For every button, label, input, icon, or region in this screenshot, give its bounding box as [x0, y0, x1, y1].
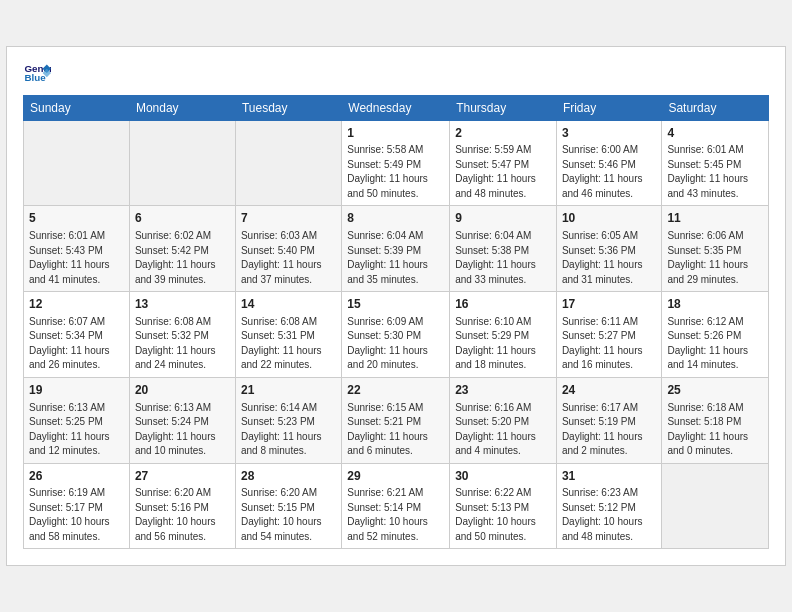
- calendar-cell: 18Sunrise: 6:12 AMSunset: 5:26 PMDayligh…: [662, 292, 769, 378]
- calendar-week-4: 19Sunrise: 6:13 AMSunset: 5:25 PMDayligh…: [24, 377, 769, 463]
- day-number: 17: [562, 296, 657, 313]
- calendar-container: General Blue SundayMondayTuesdayWednesda…: [6, 46, 786, 567]
- day-number: 18: [667, 296, 763, 313]
- day-info: Sunrise: 6:12 AMSunset: 5:26 PMDaylight:…: [667, 315, 763, 373]
- calendar-cell: 17Sunrise: 6:11 AMSunset: 5:27 PMDayligh…: [556, 292, 662, 378]
- day-info: Sunrise: 6:00 AMSunset: 5:46 PMDaylight:…: [562, 143, 657, 201]
- calendar-cell: 10Sunrise: 6:05 AMSunset: 5:36 PMDayligh…: [556, 206, 662, 292]
- day-info: Sunrise: 6:07 AMSunset: 5:34 PMDaylight:…: [29, 315, 124, 373]
- day-info: Sunrise: 5:59 AMSunset: 5:47 PMDaylight:…: [455, 143, 551, 201]
- calendar-cell: 19Sunrise: 6:13 AMSunset: 5:25 PMDayligh…: [24, 377, 130, 463]
- calendar-cell: 20Sunrise: 6:13 AMSunset: 5:24 PMDayligh…: [129, 377, 235, 463]
- calendar-cell: 29Sunrise: 6:21 AMSunset: 5:14 PMDayligh…: [342, 463, 450, 549]
- calendar-table: SundayMondayTuesdayWednesdayThursdayFrid…: [23, 95, 769, 550]
- day-info: Sunrise: 6:03 AMSunset: 5:40 PMDaylight:…: [241, 229, 336, 287]
- day-number: 19: [29, 382, 124, 399]
- calendar-cell: [24, 120, 130, 206]
- day-number: 3: [562, 125, 657, 142]
- day-info: Sunrise: 6:13 AMSunset: 5:24 PMDaylight:…: [135, 401, 230, 459]
- day-info: Sunrise: 6:20 AMSunset: 5:15 PMDaylight:…: [241, 486, 336, 544]
- day-number: 23: [455, 382, 551, 399]
- calendar-cell: 27Sunrise: 6:20 AMSunset: 5:16 PMDayligh…: [129, 463, 235, 549]
- weekday-header-friday: Friday: [556, 95, 662, 120]
- day-number: 14: [241, 296, 336, 313]
- calendar-cell: 13Sunrise: 6:08 AMSunset: 5:32 PMDayligh…: [129, 292, 235, 378]
- day-info: Sunrise: 6:18 AMSunset: 5:18 PMDaylight:…: [667, 401, 763, 459]
- calendar-cell: 12Sunrise: 6:07 AMSunset: 5:34 PMDayligh…: [24, 292, 130, 378]
- day-number: 21: [241, 382, 336, 399]
- svg-text:Blue: Blue: [24, 72, 46, 83]
- weekday-header-tuesday: Tuesday: [235, 95, 341, 120]
- day-info: Sunrise: 6:11 AMSunset: 5:27 PMDaylight:…: [562, 315, 657, 373]
- calendar-cell: 11Sunrise: 6:06 AMSunset: 5:35 PMDayligh…: [662, 206, 769, 292]
- day-info: Sunrise: 6:17 AMSunset: 5:19 PMDaylight:…: [562, 401, 657, 459]
- day-info: Sunrise: 6:21 AMSunset: 5:14 PMDaylight:…: [347, 486, 444, 544]
- day-number: 9: [455, 210, 551, 227]
- calendar-cell: 15Sunrise: 6:09 AMSunset: 5:30 PMDayligh…: [342, 292, 450, 378]
- calendar-cell: 6Sunrise: 6:02 AMSunset: 5:42 PMDaylight…: [129, 206, 235, 292]
- calendar-cell: [129, 120, 235, 206]
- calendar-cell: [662, 463, 769, 549]
- day-info: Sunrise: 6:10 AMSunset: 5:29 PMDaylight:…: [455, 315, 551, 373]
- calendar-cell: [235, 120, 341, 206]
- day-number: 25: [667, 382, 763, 399]
- day-info: Sunrise: 6:04 AMSunset: 5:39 PMDaylight:…: [347, 229, 444, 287]
- calendar-cell: 30Sunrise: 6:22 AMSunset: 5:13 PMDayligh…: [450, 463, 557, 549]
- day-info: Sunrise: 6:05 AMSunset: 5:36 PMDaylight:…: [562, 229, 657, 287]
- day-number: 16: [455, 296, 551, 313]
- day-number: 26: [29, 468, 124, 485]
- calendar-cell: 24Sunrise: 6:17 AMSunset: 5:19 PMDayligh…: [556, 377, 662, 463]
- calendar-cell: 28Sunrise: 6:20 AMSunset: 5:15 PMDayligh…: [235, 463, 341, 549]
- calendar-cell: 21Sunrise: 6:14 AMSunset: 5:23 PMDayligh…: [235, 377, 341, 463]
- day-info: Sunrise: 6:20 AMSunset: 5:16 PMDaylight:…: [135, 486, 230, 544]
- calendar-cell: 16Sunrise: 6:10 AMSunset: 5:29 PMDayligh…: [450, 292, 557, 378]
- day-number: 5: [29, 210, 124, 227]
- weekday-header-monday: Monday: [129, 95, 235, 120]
- day-number: 6: [135, 210, 230, 227]
- day-number: 11: [667, 210, 763, 227]
- day-number: 28: [241, 468, 336, 485]
- day-number: 15: [347, 296, 444, 313]
- day-info: Sunrise: 6:23 AMSunset: 5:12 PMDaylight:…: [562, 486, 657, 544]
- day-info: Sunrise: 6:15 AMSunset: 5:21 PMDaylight:…: [347, 401, 444, 459]
- day-number: 12: [29, 296, 124, 313]
- calendar-cell: 25Sunrise: 6:18 AMSunset: 5:18 PMDayligh…: [662, 377, 769, 463]
- calendar-cell: 22Sunrise: 6:15 AMSunset: 5:21 PMDayligh…: [342, 377, 450, 463]
- day-info: Sunrise: 6:01 AMSunset: 5:45 PMDaylight:…: [667, 143, 763, 201]
- day-info: Sunrise: 5:58 AMSunset: 5:49 PMDaylight:…: [347, 143, 444, 201]
- day-number: 29: [347, 468, 444, 485]
- logo-icon: General Blue: [23, 59, 51, 87]
- day-number: 13: [135, 296, 230, 313]
- calendar-cell: 14Sunrise: 6:08 AMSunset: 5:31 PMDayligh…: [235, 292, 341, 378]
- day-info: Sunrise: 6:22 AMSunset: 5:13 PMDaylight:…: [455, 486, 551, 544]
- calendar-week-2: 5Sunrise: 6:01 AMSunset: 5:43 PMDaylight…: [24, 206, 769, 292]
- day-info: Sunrise: 6:06 AMSunset: 5:35 PMDaylight:…: [667, 229, 763, 287]
- calendar-cell: 7Sunrise: 6:03 AMSunset: 5:40 PMDaylight…: [235, 206, 341, 292]
- calendar-cell: 23Sunrise: 6:16 AMSunset: 5:20 PMDayligh…: [450, 377, 557, 463]
- logo-area: General Blue: [23, 59, 55, 87]
- day-info: Sunrise: 6:08 AMSunset: 5:32 PMDaylight:…: [135, 315, 230, 373]
- calendar-cell: 4Sunrise: 6:01 AMSunset: 5:45 PMDaylight…: [662, 120, 769, 206]
- day-number: 10: [562, 210, 657, 227]
- calendar-week-5: 26Sunrise: 6:19 AMSunset: 5:17 PMDayligh…: [24, 463, 769, 549]
- calendar-cell: 2Sunrise: 5:59 AMSunset: 5:47 PMDaylight…: [450, 120, 557, 206]
- calendar-week-1: 1Sunrise: 5:58 AMSunset: 5:49 PMDaylight…: [24, 120, 769, 206]
- weekday-header-saturday: Saturday: [662, 95, 769, 120]
- calendar-body: 1Sunrise: 5:58 AMSunset: 5:49 PMDaylight…: [24, 120, 769, 549]
- calendar-cell: 5Sunrise: 6:01 AMSunset: 5:43 PMDaylight…: [24, 206, 130, 292]
- day-number: 2: [455, 125, 551, 142]
- day-number: 1: [347, 125, 444, 142]
- day-number: 7: [241, 210, 336, 227]
- day-info: Sunrise: 6:19 AMSunset: 5:17 PMDaylight:…: [29, 486, 124, 544]
- calendar-week-3: 12Sunrise: 6:07 AMSunset: 5:34 PMDayligh…: [24, 292, 769, 378]
- day-info: Sunrise: 6:09 AMSunset: 5:30 PMDaylight:…: [347, 315, 444, 373]
- day-number: 30: [455, 468, 551, 485]
- day-info: Sunrise: 6:14 AMSunset: 5:23 PMDaylight:…: [241, 401, 336, 459]
- calendar-cell: 8Sunrise: 6:04 AMSunset: 5:39 PMDaylight…: [342, 206, 450, 292]
- calendar-cell: 9Sunrise: 6:04 AMSunset: 5:38 PMDaylight…: [450, 206, 557, 292]
- day-info: Sunrise: 6:08 AMSunset: 5:31 PMDaylight:…: [241, 315, 336, 373]
- calendar-cell: 1Sunrise: 5:58 AMSunset: 5:49 PMDaylight…: [342, 120, 450, 206]
- day-info: Sunrise: 6:02 AMSunset: 5:42 PMDaylight:…: [135, 229, 230, 287]
- day-info: Sunrise: 6:13 AMSunset: 5:25 PMDaylight:…: [29, 401, 124, 459]
- day-number: 24: [562, 382, 657, 399]
